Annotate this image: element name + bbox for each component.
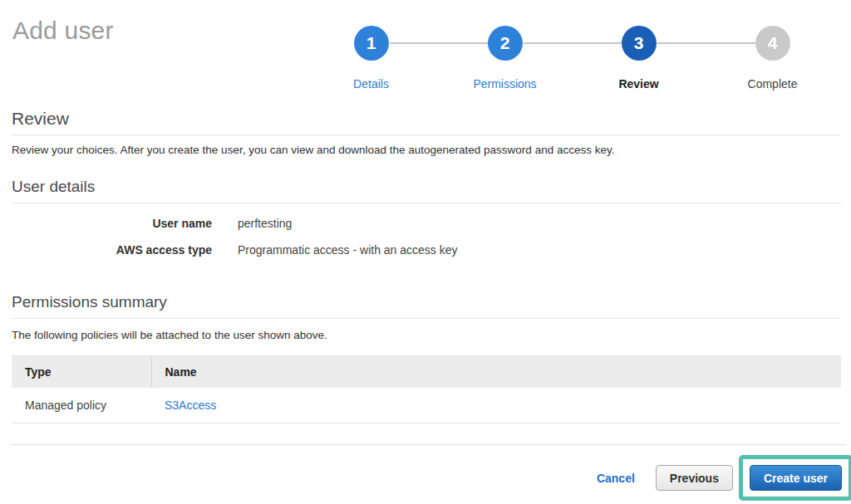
step-label: Complete (748, 77, 798, 91)
table-header-row: Type Name (12, 356, 841, 389)
review-description: Review your choices. After you create th… (12, 144, 841, 156)
step-permissions[interactable]: 2 Permissions (438, 26, 572, 91)
policy-name-link[interactable]: S3Access (165, 399, 216, 412)
field-label: AWS access type (12, 243, 212, 257)
policy-name-cell: S3Access (151, 388, 841, 423)
policy-type-cell: Managed policy (12, 388, 151, 423)
permissions-summary-description: The following policies will be attached … (12, 329, 841, 341)
step-circle: 1 (354, 26, 389, 61)
user-details-fields: User name perftesting AWS access type Pr… (12, 210, 841, 263)
create-user-button[interactable]: Create user (750, 465, 842, 491)
step-details[interactable]: 1 Details (304, 26, 438, 91)
step-label: Details (353, 77, 389, 91)
cancel-button[interactable]: Cancel (597, 472, 635, 485)
field-value: perftesting (238, 217, 292, 230)
step-label: Permissions (473, 77, 536, 91)
add-user-wizard-page: Add user 1 Details 2 Permissions 3 Revie… (0, 0, 851, 504)
footer-buttons: Cancel Previous Create user (12, 455, 846, 501)
field-label: User name (12, 217, 212, 230)
review-section: Review Review your choices. After you cr… (12, 109, 841, 423)
policies-table: Type Name Managed policy S3Access (12, 355, 841, 423)
review-heading: Review (12, 109, 841, 135)
previous-button[interactable]: Previous (656, 465, 733, 491)
wizard-stepper: 1 Details 2 Permissions 3 Review 4 Compl… (304, 26, 839, 91)
step-circle: 4 (755, 26, 790, 61)
step-circle: 2 (488, 26, 523, 61)
step-complete: 4 Complete (706, 26, 839, 91)
field-row-user-name: User name perftesting (12, 210, 841, 237)
page-title: Add user (12, 17, 114, 45)
step-review: 3 Review (572, 26, 706, 91)
field-row-aws-access-type: AWS access type Programmatic access - wi… (12, 237, 841, 263)
column-header-name: Name (151, 356, 841, 389)
wizard-footer: Cancel Previous Create user (12, 444, 846, 501)
step-label: Review (618, 77, 658, 91)
field-value: Programmatic access - with an access key (238, 243, 458, 257)
create-user-highlight-box: Create user (739, 455, 851, 501)
step-circle: 3 (622, 26, 657, 61)
table-row: Managed policy S3Access (12, 388, 841, 423)
user-details-heading: User details (12, 178, 841, 203)
column-header-type: Type (12, 356, 151, 389)
permissions-summary-heading: Permissions summary (12, 293, 841, 319)
